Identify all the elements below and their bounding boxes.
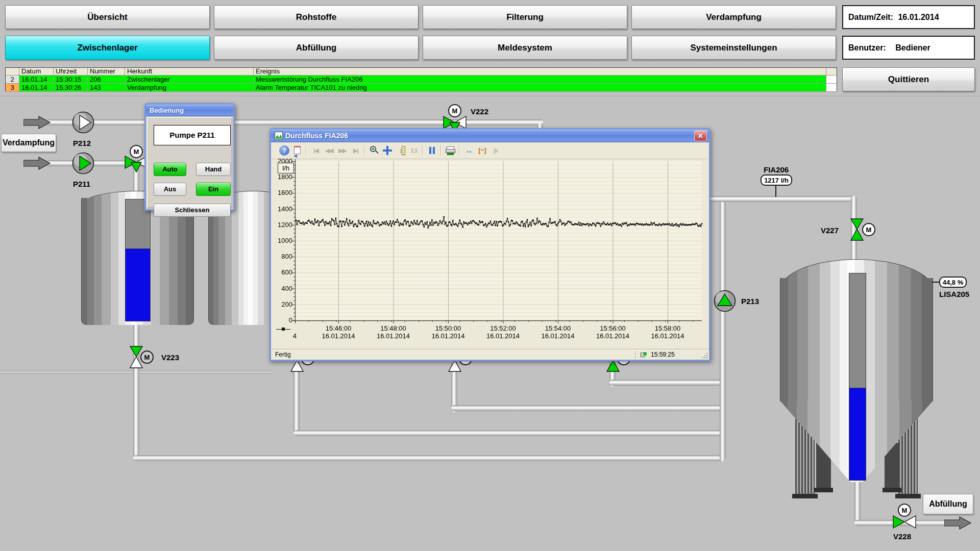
y-tick-label: 1600 [271, 189, 292, 196]
nav-button-übersicht[interactable]: Übersicht [5, 5, 210, 29]
pipe-segment [854, 479, 861, 525]
toolbar-scale-y-icon[interactable]: ↕ [395, 144, 407, 157]
toolbar-help-icon[interactable]: ? [278, 144, 290, 157]
trend-statusbar: Fertig 15:59:25 [271, 349, 709, 360]
pump-label-p211: P211 [73, 180, 90, 188]
toolbar-compress-x-icon[interactable]: ↔ [463, 144, 475, 157]
resize-grip[interactable] [701, 352, 708, 359]
toolbar-separator [459, 145, 459, 156]
valve-label-v223: V223 [161, 353, 179, 362]
tank-lisa205-gauge-empty [849, 273, 866, 388]
alarm-table[interactable]: DatumUhrzeitNummerHerkunftEreignis216.01… [5, 67, 837, 91]
pump-p212[interactable] [72, 111, 94, 134]
toolbar-zoom-icon[interactable] [368, 144, 380, 157]
alarm-cell-nummer: 206 [88, 76, 125, 84]
nav-button-systemeinstellungen[interactable]: Systemeinstellungen [631, 36, 836, 60]
y-tick-label: 600 [271, 268, 292, 276]
alarm-cell-ereignis: Messwertstörung Durchfluss FIA206 [254, 76, 826, 84]
pump-label-p212: P212 [73, 139, 91, 147]
aus-button[interactable]: Aus [154, 183, 186, 196]
tank-leg-base [883, 488, 901, 492]
trend-window: Durchfluss FIA206 ✕ ?◄|◀◀◀▶▶▶|↕1:1↔[~]∫x… [270, 128, 710, 361]
tank-lisa205-gauge-level [849, 388, 866, 481]
close-icon[interactable]: ✕ [694, 131, 707, 141]
alarm-col-datum: Datum [19, 68, 54, 76]
nav-button-filterung[interactable]: Filterung [423, 5, 627, 29]
fia206-value-box: 1217 l/h [761, 174, 792, 186]
pipe-segment [46, 119, 543, 126]
ein-button[interactable]: Ein [196, 183, 231, 196]
toolbar-separator [306, 145, 306, 156]
toolbar-pan-icon[interactable] [381, 144, 394, 157]
hand-button[interactable]: Hand [196, 163, 231, 176]
trend-window-titlebar[interactable]: Durchfluss FIA206 ✕ [271, 130, 709, 142]
alarm-cell-datum: 16.01.14 [19, 76, 54, 84]
valve-v228[interactable] [893, 515, 916, 532]
datetime-label: Datum/Zeit: [848, 13, 893, 21]
alarm-cell-uhrzeit: 15:30:15 [54, 76, 88, 84]
alarm-cell-ereignis: Alarm Temperatur TICA101 zu niedrig [254, 84, 826, 92]
alarm-scrollbar-head [826, 68, 837, 76]
nav-button-rohstoffe[interactable]: Rohstoffe [214, 5, 419, 29]
alarm-col-uhrzeit: Uhrzeit [54, 68, 88, 76]
x-tick-label: 15:50:0016.01.2014 [425, 324, 471, 340]
motor-icon-v228[interactable]: M [898, 504, 911, 517]
user-value: Bediener [895, 43, 930, 52]
pipe-segment [133, 322, 139, 458]
y-tick-label: 400 [271, 285, 292, 292]
toolbar-print-icon[interactable] [445, 144, 457, 157]
alarm-row[interactable]: 316.01.1415:30:26143VerdampfungAlarm Tem… [6, 84, 837, 92]
acknowledge-button[interactable]: Quittieren [842, 67, 975, 91]
toolbar-first-icon[interactable]: |◀ [310, 144, 322, 157]
tank-leg-base [895, 494, 921, 498]
schliessen-button[interactable]: Schliessen [154, 204, 231, 217]
x-tick-label: 15:52:0016.01.2014 [480, 324, 526, 340]
alarm-col-herkunft: Herkunft [125, 68, 254, 76]
y-tick-label: 1000 [271, 237, 292, 244]
pipe-segment [609, 380, 725, 386]
nav-button-abfüllung[interactable]: Abfüllung [214, 36, 419, 60]
toolbar-rewind-icon[interactable]: ◀◀ [323, 144, 335, 157]
alarm-col-rownum [6, 68, 19, 76]
datetime-box: Datum/Zeit: 16.01.2014 15:59:25 [842, 5, 975, 29]
toolbar-forward-icon[interactable]: ▶▶ [336, 144, 349, 157]
toolbar-integral-icon[interactable]: ∫x [489, 144, 502, 157]
toolbar-one-to-one-icon[interactable]: 1:1 [408, 144, 420, 157]
pump-p211[interactable] [72, 152, 94, 174]
x-tick-label-clipped: 4 [274, 332, 297, 340]
fia206-connector [775, 186, 776, 197]
motor-icon-v222[interactable]: M [448, 104, 461, 117]
toolbar-pause-icon[interactable] [426, 144, 438, 157]
nav-button-verdampfung[interactable]: Verdampfung [631, 5, 836, 29]
alarm-cell-uhrzeit: 15:30:26 [54, 84, 88, 92]
toolbar-curve-brackets-icon[interactable]: [~] [476, 144, 488, 157]
dialog-body: Pumpe P211 Auto Hand Aus Ein Schliessen [147, 117, 232, 208]
toolbar-export-icon[interactable]: ◄ [291, 144, 304, 157]
trend-status-text: Fertig [275, 351, 291, 358]
tank-leg-base [792, 494, 818, 498]
pump-p213[interactable] [714, 290, 736, 312]
nav-button-zwischenlager[interactable]: Zwischenlager [5, 36, 210, 60]
alarm-row[interactable]: 216.01.1415:30:15206ZwischenlagerMesswer… [6, 76, 837, 84]
toolbar-separator [440, 145, 441, 156]
alarm-col-ereignis: Ereignis [254, 68, 826, 76]
outflow-label-box: Abfüllung [923, 494, 973, 514]
alarm-scrollbar-cell[interactable] [826, 76, 837, 84]
dialog-titlebar[interactable]: Bedienung [146, 105, 233, 116]
motor-icon-v223[interactable]: M [140, 350, 154, 364]
trend-plot[interactable] [271, 159, 709, 349]
tank-label-lisa205: LISA205 [939, 290, 969, 298]
x-tick-label: 15:48:0016.01.2014 [371, 324, 416, 340]
alarm-scrollbar-cell[interactable] [826, 84, 837, 92]
pump-label-p213: P213 [741, 297, 759, 306]
motor-icon-v227[interactable]: M [862, 223, 875, 236]
x-tick-label: 15:56:0016.01.2014 [590, 324, 636, 340]
x-tick-label: 15:54:0016.01.2014 [535, 324, 581, 340]
motor-icon-v221[interactable]: M [130, 145, 143, 158]
auto-button[interactable]: Auto [154, 163, 186, 176]
valve-label-v228: V228 [893, 532, 911, 541]
lisa205-level-box: 44,8 % [939, 277, 967, 288]
nav-button-meldesystem[interactable]: Meldesystem [423, 36, 627, 60]
header-separator [0, 96, 980, 97]
toolbar-last-icon[interactable]: ▶| [350, 144, 362, 157]
